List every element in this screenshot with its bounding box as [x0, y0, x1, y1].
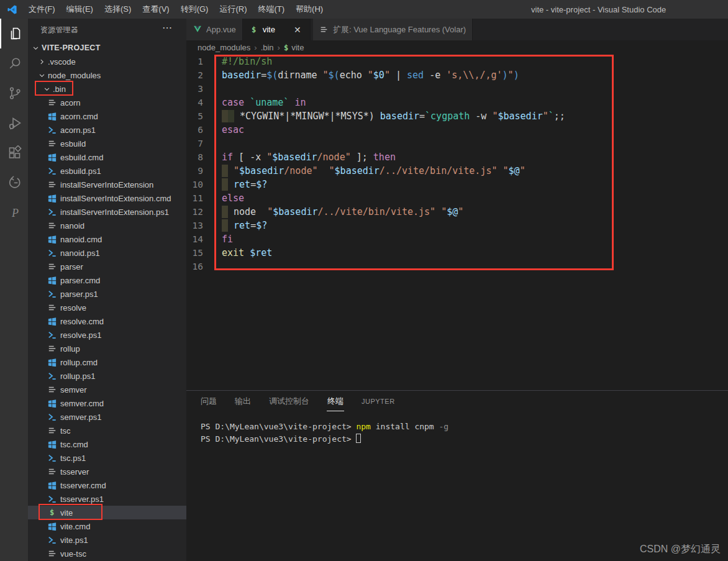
panel-tab-输出[interactable]: 输出: [234, 392, 252, 411]
tab-扩展: Vue Language Features (Volar)[interactable]: 扩展: Vue Language Features (Volar): [313, 19, 473, 40]
breadcrumb-item-vite[interactable]: $vite: [284, 43, 304, 52]
explorer-header: 资源管理器 ⋯: [28, 23, 186, 37]
tree-item-rollup[interactable]: rollup: [28, 342, 186, 355]
tree-item-acorn[interactable]: acorn: [28, 96, 186, 109]
explorer-more-actions-icon[interactable]: ⋯: [162, 22, 173, 34]
ps1-file-icon: [47, 208, 57, 217]
line-content: basedir=$(dirname "$(echo "$0" | sed -e …: [222, 70, 519, 81]
menu-item-7[interactable]: 帮助(H): [290, 0, 329, 19]
ps1-file-icon: [47, 249, 57, 258]
search-icon[interactable]: [0, 48, 28, 78]
tree-item-vite.ps1[interactable]: vite.ps1: [28, 533, 186, 547]
file-label: nanoid.cmd: [60, 235, 102, 244]
doc-file-icon: [47, 467, 57, 477]
source-control-icon[interactable]: [0, 78, 28, 108]
file-label: tsserver: [60, 467, 89, 477]
tree-item-vite[interactable]: $vite: [28, 506, 186, 519]
terminal-line: PS D:\MyLean\vue3\vite-project>: [201, 433, 448, 445]
tree-item-vue-tsc[interactable]: vue-tsc: [28, 547, 186, 560]
line-number: 9: [186, 164, 203, 178]
tree-item-parser.cmd[interactable]: parser.cmd: [28, 273, 186, 287]
line-content: node "$basedir/../vite/bin/vite.js" "$@": [222, 206, 463, 217]
code-line-2: 2basedir=$(dirname "$(echo "$0" | sed -e…: [186, 68, 728, 82]
tree-item-acorn.ps1[interactable]: acorn.ps1: [28, 123, 186, 137]
terminal-cursor: [356, 434, 361, 443]
file-label: tsserver.cmd: [60, 481, 106, 490]
shell-file-icon: $: [47, 508, 57, 518]
breadcrumb-item-.bin[interactable]: .bin: [261, 43, 274, 52]
tree-item-esbuild.cmd[interactable]: esbuild.cmd: [28, 150, 186, 164]
run-debug-icon[interactable]: [0, 108, 28, 138]
letter-p-icon[interactable]: P: [0, 198, 28, 227]
tab-vite[interactable]: $vite✕: [243, 19, 311, 40]
code-editor[interactable]: 1#!/bin/sh2basedir=$(dirname "$(echo "$0…: [186, 55, 728, 390]
tree-item-esbuild.ps1[interactable]: esbuild.ps1: [28, 164, 186, 178]
tree-item-semver.ps1[interactable]: semver.ps1: [28, 410, 186, 424]
tree-item-acorn.cmd[interactable]: acorn.cmd: [28, 109, 186, 123]
tree-root-vite-project[interactable]: VITE-PROJECT: [28, 41, 186, 55]
panel-tab-终端[interactable]: 终端: [327, 392, 344, 411]
tree-item-resolve.cmd[interactable]: resolve.cmd: [28, 314, 186, 328]
line-number: 13: [186, 219, 203, 232]
tree-item-rollup.ps1[interactable]: rollup.ps1: [28, 369, 186, 383]
terminal-output[interactable]: PS D:\MyLean\vue3\vite-project> npm inst…: [201, 421, 448, 445]
tree-item-nanoid.cmd[interactable]: nanoid.cmd: [28, 232, 186, 246]
tree-item-installServerIntoExtension.cmd[interactable]: installServerIntoExtension.cmd: [28, 191, 186, 205]
menu-item-5[interactable]: 运行(R): [214, 0, 252, 19]
ps1-file-icon: [47, 290, 57, 299]
tree-item-parser.ps1[interactable]: parser.ps1: [28, 287, 186, 301]
tree-item-resolve[interactable]: resolve: [28, 301, 186, 314]
breadcrumb-item-node_modules[interactable]: node_modules: [198, 43, 250, 52]
file-label: vite.ps1: [60, 536, 88, 545]
tree-item-.bin[interactable]: .bin: [28, 82, 186, 96]
menu-item-6[interactable]: 终端(T): [252, 0, 290, 19]
explorer-icon[interactable]: [0, 19, 28, 48]
tree-item-node_modules[interactable]: node_modules: [28, 68, 186, 82]
shell-file-icon: $: [284, 43, 288, 52]
file-tree: .vscodenode_modules.binacornacorn.cmdaco…: [28, 55, 186, 560]
tree-item-nanoid.ps1[interactable]: nanoid.ps1: [28, 246, 186, 260]
tree-item-.vscode[interactable]: .vscode: [28, 55, 186, 68]
code-line-9: 9 "$basedir/node" "$basedir/../vite/bin/…: [186, 164, 728, 178]
cmd-file-icon: [47, 399, 57, 408]
tree-item-esbuild[interactable]: esbuild: [28, 137, 186, 150]
line-number: 12: [186, 205, 203, 219]
tree-item-vite.cmd[interactable]: vite.cmd: [28, 519, 186, 533]
tree-item-tsc[interactable]: tsc: [28, 424, 186, 437]
menu-item-4[interactable]: 转到(G): [175, 0, 214, 19]
tree-item-rollup.cmd[interactable]: rollup.cmd: [28, 355, 186, 369]
panel-tab-问题[interactable]: 问题: [200, 392, 217, 411]
code-line-8: 8if [ -x "$basedir/node" ]; then: [186, 150, 728, 164]
close-icon[interactable]: ✕: [291, 24, 304, 36]
tree-item-installServerIntoExtension[interactable]: installServerIntoExtension: [28, 178, 186, 191]
cmd-file-icon: [47, 194, 57, 203]
line-number: 2: [186, 68, 203, 82]
tree-item-nanoid[interactable]: nanoid: [28, 219, 186, 232]
code-line-6: 6esac: [186, 123, 728, 137]
extensions-icon[interactable]: [0, 138, 28, 168]
tree-item-tsc.cmd[interactable]: tsc.cmd: [28, 437, 186, 451]
tree-item-tsserver.ps1[interactable]: tsserver.ps1: [28, 492, 186, 506]
panel-tab-调试控制台[interactable]: 调试控制台: [268, 392, 310, 411]
redo-arrow-icon[interactable]: [0, 168, 28, 198]
tree-item-tsc.ps1[interactable]: tsc.ps1: [28, 451, 186, 465]
tree-item-resolve.ps1[interactable]: resolve.ps1: [28, 328, 186, 342]
vscode-window: 文件(F)编辑(E)选择(S)查看(V)转到(G)运行(R)终端(T)帮助(H)…: [0, 0, 728, 561]
code-line-1: 1#!/bin/sh: [186, 55, 728, 68]
tree-item-parser[interactable]: parser: [28, 260, 186, 273]
tree-item-semver.cmd[interactable]: semver.cmd: [28, 396, 186, 410]
activity-bar: P: [0, 19, 28, 561]
panel-tab-JUPYTER[interactable]: JUPYTER: [361, 394, 396, 409]
tree-item-installServerIntoExtension.ps1[interactable]: installServerIntoExtension.ps1: [28, 205, 186, 219]
menu-item-0[interactable]: 文件(F): [23, 0, 61, 19]
menu-item-2[interactable]: 选择(S): [99, 0, 137, 19]
menu-item-3[interactable]: 查看(V): [137, 0, 175, 19]
tree-item-semver[interactable]: semver: [28, 383, 186, 396]
whitespace-highlight: [222, 206, 228, 218]
menu-item-1[interactable]: 编辑(E): [61, 0, 99, 19]
tab-App.vue[interactable]: App.vue: [186, 19, 243, 40]
tree-item-tsserver[interactable]: tsserver: [28, 465, 186, 478]
shell-icon: $: [249, 25, 259, 35]
file-label: vue-tsc: [60, 549, 86, 559]
tree-item-tsserver.cmd[interactable]: tsserver.cmd: [28, 478, 186, 492]
